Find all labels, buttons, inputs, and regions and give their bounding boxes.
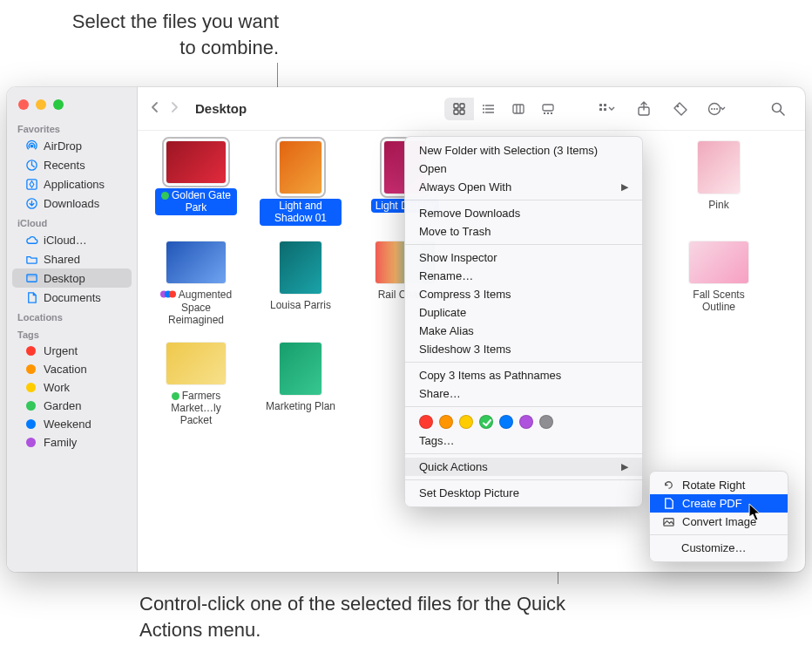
menu-item-show-inspector[interactable]: Show Inspector	[405, 248, 642, 267]
pdf-icon	[662, 497, 675, 510]
forward-button[interactable]	[166, 98, 183, 119]
menu-item-new-folder-with-selection-3-items[interactable]: New Folder with Selection (3 Items)	[405, 141, 642, 160]
file-item[interactable]: Marketing Plan	[260, 343, 342, 427]
menu-tags[interactable]: Tags…	[405, 431, 642, 450]
tag-color-option[interactable]	[519, 415, 533, 429]
view-list-button[interactable]	[474, 98, 504, 120]
window-controls	[7, 92, 137, 119]
tag-color-option[interactable]	[439, 415, 453, 429]
menu-item-compress-3-items[interactable]: Compress 3 Items	[405, 285, 642, 303]
doc-icon	[24, 290, 38, 304]
view-icons-button[interactable]	[444, 98, 474, 120]
tag-color-option[interactable]	[479, 415, 493, 429]
menu-item-rename[interactable]: Rename…	[405, 267, 642, 285]
sidebar-item-label: Vacation	[44, 363, 87, 376]
menu-item-slideshow-3-items[interactable]: Slideshow 3 Items	[405, 340, 642, 358]
sidebar-section-locations: Locations	[7, 307, 137, 324]
file-item[interactable]: Fall Scents Outline	[678, 241, 760, 327]
view-gallery-button[interactable]	[533, 98, 563, 120]
minimize-button[interactable]	[36, 99, 46, 110]
sidebar-item-applications[interactable]: Applications	[12, 174, 132, 194]
svg-point-0	[30, 144, 33, 147]
file-item[interactable]: Farmers Market…ly Packet	[155, 343, 237, 427]
submenu-item-create-pdf[interactable]: Create PDF	[650, 494, 788, 513]
sidebar-item-garden[interactable]: Garden	[12, 397, 132, 415]
svg-point-28	[677, 105, 680, 107]
close-button[interactable]	[18, 99, 29, 110]
menu-item-duplicate[interactable]: Duplicate	[405, 303, 642, 322]
more-button[interactable]	[706, 98, 728, 120]
search-button[interactable]	[767, 98, 789, 120]
tag-dot-icon	[161, 192, 169, 200]
menu-item-remove-downloads[interactable]: Remove Downloads	[405, 204, 642, 222]
multi-tag-icon	[160, 289, 176, 301]
svg-rect-20	[544, 112, 545, 114]
sidebar-item-label: Weekend	[44, 418, 91, 431]
sidebar-item-urgent[interactable]: Urgent	[12, 342, 132, 360]
sidebar-item-documents[interactable]: Documents	[12, 288, 132, 307]
tag-color-option[interactable]	[539, 415, 553, 429]
group-button[interactable]	[596, 98, 619, 120]
sidebar-item-family[interactable]: Family	[12, 433, 132, 452]
menu-quick-actions[interactable]: Quick Actions ▶	[405, 458, 642, 476]
tag-dot-icon	[26, 438, 36, 447]
svg-rect-5	[26, 274, 36, 276]
tags-button[interactable]	[669, 98, 692, 120]
file-item[interactable]: Light and Shadow 01	[260, 141, 342, 226]
share-button[interactable]	[633, 98, 655, 120]
menu-item-make-alias[interactable]: Make Alias	[405, 322, 642, 340]
sidebar-item-desktop[interactable]: Desktop	[12, 268, 132, 288]
tag-color-option[interactable]	[499, 415, 513, 429]
sidebar: Favorites AirDropRecentsApplicationsDown…	[7, 87, 138, 572]
file-item[interactable]: Pink	[678, 141, 760, 226]
submenu-item-rotate-right[interactable]: Rotate Right	[650, 476, 788, 494]
back-button[interactable]	[146, 98, 164, 119]
menu-item-share[interactable]: Share…	[405, 384, 642, 403]
clock-icon	[24, 158, 38, 172]
file-item[interactable]: Augmented Space Reimagined	[155, 241, 237, 327]
sidebar-item-label: Garden	[44, 399, 81, 412]
file-label: Marketing Plan	[266, 400, 335, 412]
file-thumbnail	[280, 141, 321, 194]
sidebar-item-downloads[interactable]: Downloads	[12, 194, 132, 213]
svg-point-32	[716, 108, 718, 110]
menu-item-move-to-trash[interactable]: Move to Trash	[405, 222, 642, 241]
file-label: Louisa Parris	[270, 299, 331, 311]
sidebar-item-icloud-[interactable]: iCloud…	[12, 230, 132, 249]
sidebar-item-work[interactable]: Work	[12, 378, 132, 397]
svg-rect-8	[454, 110, 458, 114]
file-thumbnail	[280, 241, 321, 294]
file-label: Augmented Space Reimagined	[155, 289, 237, 327]
file-item[interactable]: Golden Gate Park	[155, 141, 237, 226]
submenu-item-convert-image[interactable]: Convert Image	[650, 513, 788, 531]
sidebar-item-airdrop[interactable]: AirDrop	[12, 136, 132, 155]
sidebar-item-label: Shared	[44, 253, 80, 266]
tag-color-option[interactable]	[459, 415, 473, 429]
sidebar-item-weekend[interactable]: Weekend	[12, 415, 132, 433]
menu-set-desktop-picture[interactable]: Set Desktop Picture	[405, 484, 642, 502]
sidebar-item-shared[interactable]: Shared	[12, 249, 132, 268]
menu-item-open[interactable]: Open	[405, 160, 642, 178]
submenu-customize[interactable]: Customize…	[650, 539, 788, 557]
sidebar-item-label: Family	[44, 436, 77, 449]
rotate-icon	[662, 479, 675, 492]
sidebar-item-label: Urgent	[44, 344, 78, 357]
file-thumbnail	[280, 343, 321, 395]
tag-color-option[interactable]	[419, 415, 433, 429]
window-title: Desktop	[195, 101, 247, 116]
fullscreen-button[interactable]	[53, 99, 64, 110]
toolbar: Desktop	[138, 87, 805, 131]
svg-rect-26	[604, 108, 606, 111]
file-item[interactable]: Louisa Parris	[260, 241, 342, 327]
view-columns-button[interactable]	[504, 98, 533, 120]
svg-point-15	[483, 112, 484, 113]
sidebar-item-vacation[interactable]: Vacation	[12, 360, 132, 378]
file-thumbnail	[166, 241, 226, 283]
convert-icon	[662, 515, 675, 528]
file-label: Farmers Market…ly Packet	[155, 390, 237, 427]
menu-item-copy-3-items-as-pathnames[interactable]: Copy 3 Items as Pathnames	[405, 366, 642, 384]
sidebar-item-recents[interactable]: Recents	[12, 155, 132, 174]
menu-separator	[405, 200, 642, 200]
file-thumbnail	[166, 343, 226, 384]
menu-item-always-open-with[interactable]: Always Open With▶	[405, 178, 642, 196]
